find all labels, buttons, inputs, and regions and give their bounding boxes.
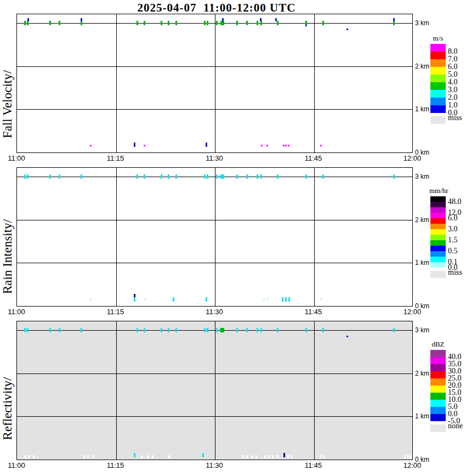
data-mark: [49, 328, 51, 332]
data-mark: [320, 298, 322, 300]
data-mark: [264, 455, 266, 458]
data-mark: [90, 298, 92, 300]
data-mark: [137, 328, 138, 332]
colorbar-band: [430, 350, 446, 357]
colorbar-tick-label: 1.5: [448, 236, 458, 245]
colorbar-band: [430, 207, 446, 213]
gridline-time: [116, 321, 117, 460]
data-mark: [305, 328, 307, 332]
data-mark: [277, 21, 279, 25]
data-mark: [268, 455, 270, 458]
data-mark: [407, 455, 408, 458]
data-mark: [287, 455, 289, 458]
y-tick-label: 1 km: [415, 259, 429, 267]
gridline-time: [116, 14, 117, 152]
colorbar-missing-swatch: [430, 116, 446, 124]
data-mark: [260, 18, 262, 21]
colorbar-band: [430, 262, 446, 268]
colorbar-fall-velocity: m/s8.07.06.05.04.03.02.01.00.0miss: [429, 34, 466, 133]
data-mark: [134, 453, 135, 457]
data-mark: [206, 297, 207, 302]
data-mark: [134, 143, 135, 147]
data-mark: [49, 21, 51, 25]
panel-reflectivity: [16, 321, 413, 460]
data-mark: [393, 21, 395, 25]
y-tick-label: 0 km: [415, 456, 429, 463]
y-axis-label-fall-velocity: Fall Velocity/: [1, 70, 15, 138]
data-mark: [134, 294, 135, 297]
colorbar-missing-label: miss: [448, 114, 462, 122]
y-tick-label: 0 km: [415, 149, 429, 156]
data-mark: [90, 145, 92, 146]
colorbar-band: [430, 52, 446, 59]
gridline-time: [314, 321, 315, 460]
colorbar-band: [430, 393, 446, 400]
data-mark: [207, 328, 208, 332]
data-mark: [168, 174, 169, 179]
data-mark: [285, 297, 287, 302]
data-mark: [277, 328, 279, 332]
gridline-time: [215, 168, 215, 306]
data-mark: [260, 328, 262, 332]
data-mark: [24, 21, 26, 25]
colorbar-band: [430, 202, 446, 207]
y-axis-label-reflectivity: Reflectivity/: [1, 377, 15, 440]
data-mark: [144, 298, 145, 300]
colorbar-band: [430, 364, 446, 371]
colorbar-band: [430, 357, 446, 364]
data-mark: [246, 174, 248, 179]
gridline-time: [116, 168, 117, 306]
data-mark: [27, 18, 29, 21]
data-mark: [59, 328, 60, 332]
y-tick-label: 1 km: [415, 105, 429, 113]
colorbar-tick-label: 3.0: [448, 225, 458, 234]
data-mark: [25, 455, 26, 458]
x-tick-label: 11:45: [305, 308, 322, 316]
colorbar-missing-swatch: [430, 424, 446, 432]
colorbar-band: [430, 371, 446, 378]
data-mark: [220, 21, 224, 25]
data-mark: [161, 328, 162, 332]
x-tick-label: 11:00: [8, 308, 25, 316]
data-mark: [257, 21, 258, 25]
colorbar-band: [430, 67, 446, 75]
x-tick-label: 11:15: [107, 308, 124, 316]
data-mark: [255, 455, 257, 458]
data-mark: [285, 145, 287, 146]
data-mark: [246, 328, 248, 332]
data-mark: [236, 174, 238, 179]
data-mark: [206, 143, 207, 147]
colorbar-band: [430, 257, 446, 262]
data-mark: [204, 328, 206, 332]
data-mark: [222, 18, 224, 21]
data-mark: [137, 21, 138, 25]
data-mark: [283, 453, 285, 457]
data-mark: [27, 174, 29, 179]
colorbar-band: [430, 378, 446, 386]
y-axis-label-rain-intensity: Rain Intensity/: [1, 219, 15, 294]
data-mark: [246, 21, 248, 25]
data-mark: [207, 174, 208, 179]
data-mark: [220, 174, 224, 179]
data-mark: [288, 145, 289, 146]
data-mark: [266, 145, 268, 146]
data-mark: [246, 455, 248, 458]
y-tick-label: 1 km: [415, 412, 429, 420]
data-mark: [322, 328, 324, 332]
data-mark: [24, 328, 26, 332]
colorbar-tick-label: 0.5: [448, 247, 458, 256]
data-mark: [202, 453, 204, 457]
colorbar-band: [430, 105, 446, 113]
data-mark: [346, 336, 348, 337]
data-mark: [288, 297, 290, 302]
data-mark: [282, 297, 283, 302]
data-mark: [173, 297, 174, 302]
data-mark: [175, 174, 177, 179]
data-mark: [263, 298, 265, 300]
data-mark: [260, 21, 262, 25]
y-tick-label: 3 km: [415, 326, 429, 334]
colorbar-band: [430, 224, 446, 229]
data-mark: [322, 174, 324, 179]
colorbar-band: [430, 75, 446, 82]
data-mark: [393, 174, 395, 179]
